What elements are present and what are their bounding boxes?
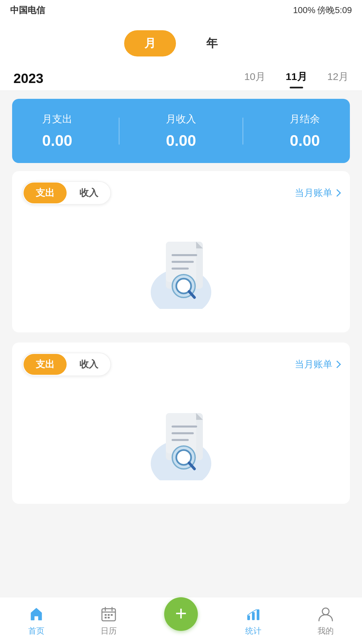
plus-icon: + [175,603,187,623]
income-toggle-2[interactable]: 收入 [67,354,110,375]
time-battery: 100% 傍晚5:09 [293,4,352,16]
monthly-bill-text-1: 当月账单 [295,187,332,199]
income-value: 0.00 [166,131,196,150]
chevron-right-icon-2 [333,361,341,368]
stats-card: 月支出 0.00 月收入 0.00 月结余 0.00 [12,99,350,163]
add-button[interactable]: + [164,597,198,631]
income-label: 月收入 [166,112,196,126]
monthly-expense-stat: 月支出 0.00 [42,112,72,150]
empty-state-1 [22,211,340,322]
empty-state-2 [22,383,340,494]
nav-home[interactable]: 首页 [0,605,72,636]
user-icon [317,605,334,623]
divider-1 [119,118,119,145]
bottom-nav: 首页 日历 + [0,597,362,644]
expense-value: 0.00 [42,131,72,150]
svg-rect-29 [257,609,259,620]
scrollable-area: 月 年 2023 10月 11月 12月 月支出 0.00 月收入 0.00 [0,20,362,564]
expense-panel-1: 支出 收入 当月账单 [12,171,350,332]
nav-stats-label: 统计 [245,626,261,636]
monthly-income-stat: 月收入 0.00 [166,112,196,150]
months-list: 10月 11月 12月 [74,70,349,87]
nav-add[interactable]: + [145,611,217,631]
year-label: 2023 [13,71,54,86]
carrier-signal: 中国电信 [10,4,45,16]
toggle-switch-2: 支出 收入 [22,353,111,376]
nav-home-label: 首页 [28,626,44,636]
period-tab-row: 月 年 [0,20,362,63]
svg-rect-27 [247,615,250,620]
empty-illustration-1 [147,232,215,309]
home-icon [28,605,45,623]
battery-status: 100% [293,5,316,15]
expense-toggle-2[interactable]: 支出 [24,354,67,375]
svg-rect-28 [252,612,255,620]
current-time: 傍晚5:09 [317,4,352,16]
month-dec[interactable]: 12月 [327,70,349,87]
monthly-bill-link-1[interactable]: 当月账单 [295,187,340,199]
panel-1-header: 支出 收入 当月账单 [22,181,340,205]
month-nov[interactable]: 11月 [286,70,307,87]
balance-value: 0.00 [290,131,320,150]
chevron-right-icon-1 [333,189,341,197]
nav-stats[interactable]: 统计 [217,605,290,636]
panel-2-header: 支出 收入 当月账单 [22,353,340,376]
toggle-switch-1: 支出 收入 [22,181,111,205]
expense-panel-2: 支出 收入 当月账单 [12,343,350,504]
empty-illustration-2 [147,403,215,480]
calendar-icon [100,605,117,623]
month-selector: 2023 10月 11月 12月 [0,63,362,91]
svg-rect-22 [105,614,107,616]
monthly-balance-stat: 月结余 0.00 [290,112,320,150]
nav-mine-label: 我的 [318,626,334,636]
income-toggle-1[interactable]: 收入 [67,183,110,203]
balance-label: 月结余 [290,112,320,126]
expense-toggle-1[interactable]: 支出 [24,183,67,203]
main-content: 月 年 2023 10月 11月 12月 月支出 0.00 月收入 0.00 [0,20,362,644]
month-tab[interactable]: 月 [124,30,176,56]
expense-label: 月支出 [42,112,72,126]
nav-calendar[interactable]: 日历 [72,605,145,636]
svg-rect-23 [108,614,110,616]
monthly-bill-text-2: 当月账单 [295,358,332,371]
stats-icon [245,605,262,623]
divider-2 [243,118,243,145]
nav-mine[interactable]: 我的 [290,605,362,636]
svg-rect-26 [108,617,110,618]
month-oct[interactable]: 10月 [244,70,265,87]
status-bar: 中国电信 100% 傍晚5:09 [0,0,362,20]
nav-calendar-label: 日历 [101,626,117,636]
monthly-bill-link-2[interactable]: 当月账单 [295,358,340,371]
svg-point-30 [322,608,329,615]
svg-rect-24 [111,614,113,616]
svg-rect-25 [105,617,107,618]
year-tab[interactable]: 年 [186,30,238,56]
